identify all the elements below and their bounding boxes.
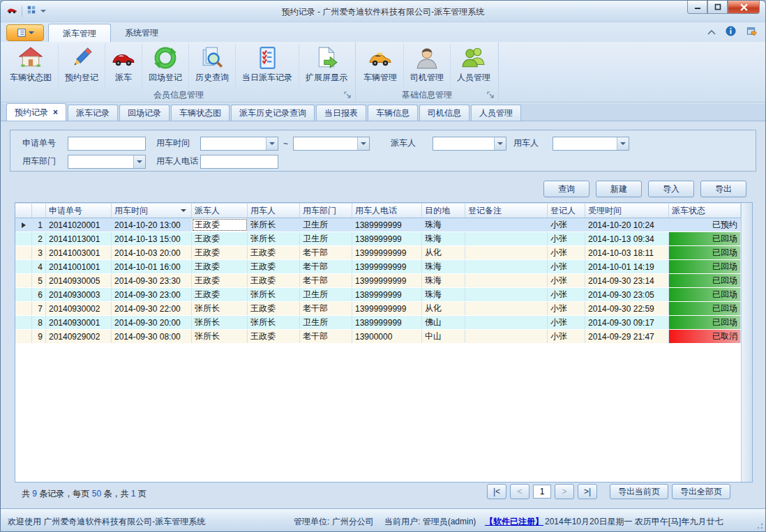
- cell-num[interactable]: 5: [32, 274, 46, 287]
- column-header-sel[interactable]: [15, 204, 32, 218]
- cell-accept_time[interactable]: 2014-09-30 22:59: [585, 302, 669, 315]
- dialog-launcher-icon[interactable]: [344, 91, 352, 100]
- cell-num[interactable]: 6: [32, 288, 46, 301]
- cell-user[interactable]: 张所长: [248, 218, 300, 231]
- cell-accept_time[interactable]: 2014-10-03 18:11: [585, 246, 669, 259]
- cell-phone[interactable]: 13999999999: [352, 274, 422, 287]
- tab-close-icon[interactable]: ×: [53, 109, 58, 116]
- reservation-register-button[interactable]: 预约登记: [59, 44, 105, 89]
- column-header-phone[interactable]: 用车人电话: [352, 204, 422, 218]
- cell-use_time[interactable]: 2014-09-30 08:00: [112, 330, 192, 343]
- column-header-user[interactable]: 用车人: [248, 204, 300, 218]
- ribbon-tab-派车管理[interactable]: 派车管理: [48, 24, 111, 42]
- cell-dispatcher[interactable]: 王政委: [192, 288, 248, 301]
- cell-use_time[interactable]: 2014-10-20 13:00: [112, 218, 192, 231]
- cell-dispatcher[interactable]: 王政委: [192, 232, 248, 245]
- cell-sel[interactable]: [15, 218, 32, 231]
- export-current-page-button[interactable]: 导出当前页: [610, 484, 668, 499]
- cell-destination[interactable]: 珠海: [422, 260, 465, 273]
- cell-user[interactable]: 王政委: [248, 302, 300, 315]
- column-header-order_no[interactable]: 申请单号: [46, 204, 112, 218]
- tab-dispatch-records[interactable]: 派车记录: [68, 105, 118, 121]
- cell-dept[interactable]: 卫生所: [300, 288, 352, 301]
- table-row[interactable]: 8201409300012014-09-30 20:00张所长张所长卫生所138…: [15, 316, 741, 330]
- cell-destination[interactable]: 珠海: [422, 288, 465, 301]
- cell-use_time[interactable]: 2014-10-13 15:00: [112, 232, 192, 245]
- cell-dispatcher[interactable]: 张所长: [192, 302, 248, 315]
- daily-dispatch-records-button[interactable]: 当日派车记录: [236, 44, 299, 89]
- cell-order_no[interactable]: 20140930002: [46, 302, 112, 315]
- cell-num[interactable]: 4: [32, 260, 46, 273]
- cell-status[interactable]: 已回场: [669, 288, 741, 301]
- cell-user[interactable]: 张所长: [248, 288, 300, 301]
- column-header-destination[interactable]: 目的地: [422, 204, 465, 218]
- dispatch-button[interactable]: 派车: [105, 44, 142, 89]
- table-row[interactable]: 5201409300052014-09-30 23:30王政委王政委老干部139…: [15, 274, 741, 288]
- cell-remark[interactable]: [465, 288, 548, 301]
- cell-use_time[interactable]: 2014-09-30 23:30: [112, 274, 192, 287]
- cell-registrar[interactable]: 小张: [548, 288, 585, 301]
- vertical-scrollbar[interactable]: [741, 203, 752, 482]
- cell-phone[interactable]: 13999999999: [352, 302, 422, 315]
- page-input[interactable]: [533, 485, 551, 499]
- cell-dept[interactable]: 老干部: [300, 302, 352, 315]
- sort-desc-icon[interactable]: [181, 209, 186, 212]
- cell-destination[interactable]: 珠海: [422, 218, 465, 231]
- cell-user[interactable]: 王政委: [248, 260, 300, 273]
- last-page-button[interactable]: >|: [578, 484, 597, 499]
- cell-status[interactable]: 已回场: [669, 232, 741, 245]
- table-row[interactable]: 3201410030012014-10-03 20:00王政委王政委老干部139…: [15, 246, 741, 260]
- dialog-launcher-icon[interactable]: [487, 91, 495, 100]
- cell-registrar[interactable]: 小张: [548, 218, 585, 231]
- cell-remark[interactable]: [465, 246, 548, 259]
- cell-order_no[interactable]: 20140929002: [46, 330, 112, 343]
- prev-page-button[interactable]: <: [510, 484, 530, 499]
- cell-status[interactable]: 已回场: [669, 274, 741, 287]
- cell-sel[interactable]: [15, 288, 32, 301]
- tab-daily-report[interactable]: 当日报表: [316, 105, 366, 121]
- cell-order_no[interactable]: 20141020001: [46, 218, 112, 231]
- vehicle-mgmt-button[interactable]: 车辆管理: [357, 44, 404, 89]
- cell-registrar[interactable]: 小张: [548, 274, 585, 287]
- cell-accept_time[interactable]: 2014-09-29 21:47: [585, 330, 669, 343]
- tab-personnel-mgmt[interactable]: 人员管理: [471, 105, 521, 121]
- table-row[interactable]: 2201410130012014-10-13 15:00王政委张所长卫生所138…: [15, 232, 741, 246]
- cell-remark[interactable]: [465, 330, 548, 343]
- column-header-dispatcher[interactable]: 派车人: [192, 204, 248, 218]
- cell-accept_time[interactable]: 2014-09-30 23:14: [585, 274, 669, 287]
- import-button[interactable]: 导入: [648, 181, 694, 197]
- next-page-button[interactable]: >: [555, 484, 574, 499]
- ribbon-tab-系统管理[interactable]: 系统管理: [111, 24, 172, 42]
- tab-vehicle-info[interactable]: 车辆信息: [368, 105, 418, 121]
- query-button[interactable]: 查询: [543, 181, 589, 197]
- cell-remark[interactable]: [465, 218, 548, 231]
- cell-order_no[interactable]: 20141001001: [46, 260, 112, 273]
- cell-user[interactable]: 王政委: [248, 330, 300, 343]
- cell-registrar[interactable]: 小张: [548, 316, 585, 329]
- cell-remark[interactable]: [465, 232, 548, 245]
- table-row[interactable]: 4201410010012014-10-01 16:00王政委王政委老干部139…: [15, 260, 741, 274]
- cell-use_time[interactable]: 2014-09-30 20:00: [112, 316, 192, 329]
- cell-dispatcher[interactable]: 王政委: [192, 218, 248, 231]
- cell-registrar[interactable]: 小张: [548, 260, 585, 273]
- cell-destination[interactable]: 珠海: [422, 232, 465, 245]
- cell-user[interactable]: 张所长: [248, 316, 300, 329]
- cell-phone[interactable]: 1389999999: [352, 232, 422, 245]
- export-all-pages-button[interactable]: 导出全部页: [672, 484, 730, 499]
- cell-num[interactable]: 8: [32, 316, 46, 329]
- cell-user[interactable]: 张所长: [248, 232, 300, 245]
- cell-order_no[interactable]: 20141013001: [46, 232, 112, 245]
- driver-mgmt-button[interactable]: 司机管理: [404, 44, 451, 89]
- personnel-mgmt-button[interactable]: 人员管理: [451, 44, 497, 89]
- cell-order_no[interactable]: 20140930003: [46, 288, 112, 301]
- cell-dispatcher[interactable]: 张所长: [192, 316, 248, 329]
- resize-grip-icon[interactable]: [755, 521, 763, 529]
- cell-sel[interactable]: [15, 330, 32, 343]
- cell-num[interactable]: 3: [32, 246, 46, 259]
- collapse-ribbon-icon[interactable]: [707, 27, 716, 37]
- maximize-button[interactable]: [707, 1, 728, 14]
- cell-phone[interactable]: 1389999999: [352, 288, 422, 301]
- cell-dept[interactable]: 老干部: [300, 330, 352, 343]
- cell-num[interactable]: 1: [32, 218, 46, 231]
- cell-remark[interactable]: [465, 302, 548, 315]
